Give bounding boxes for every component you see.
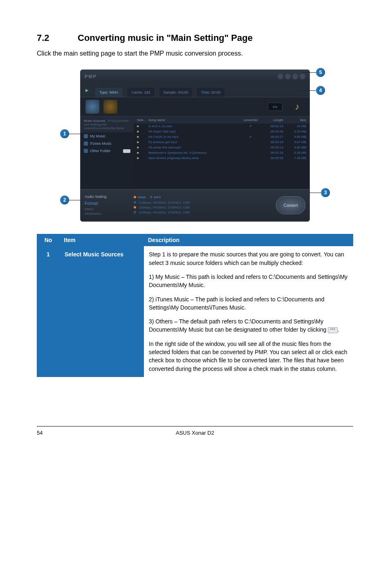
section-title: Converting music in "Main Setting" Page — [78, 33, 253, 43]
callout-lead — [302, 90, 316, 91]
checkbox-icon[interactable]: ■ — [137, 135, 148, 139]
song-size: 3.29 MB — [283, 130, 306, 133]
effect-label: Effect: — [85, 207, 134, 211]
table-row[interactable]: ■04-CASA-1x-ns.mp3✓00:03:274.80 MB — [134, 134, 309, 139]
table-row[interactable]: ■03-under-the-sea.mp300:05:134.82 MB — [134, 145, 309, 150]
song-length: 00:03:36 — [261, 130, 283, 133]
help-icon[interactable] — [285, 74, 291, 79]
song-name: G-A-D-1 (1).wav — [148, 124, 240, 128]
checkbox-icon[interactable]: ■ — [137, 130, 148, 133]
radio-label[interactable]: WMA — [138, 195, 146, 199]
converted-status — [240, 146, 261, 149]
callout-lead — [309, 193, 321, 193]
col-description: Description — [144, 234, 353, 246]
sidebar-item-itunes[interactable]: iTunes Music — [81, 140, 134, 147]
checkbox-icon[interactable]: ■ — [137, 124, 148, 128]
converted-status — [240, 140, 261, 144]
song-name: 01-Avenue-girl.mp3 — [148, 140, 240, 144]
song-name: 03-under-the-sea.mp3 — [148, 146, 240, 149]
radio-icon[interactable] — [134, 196, 136, 198]
close-icon[interactable] — [300, 74, 305, 79]
sidebar-item-label: Other Folder — [90, 149, 111, 153]
song-name: 04-CASA-1x-ns.mp3 — [148, 135, 240, 139]
song-size: 7.49 MB — [283, 156, 306, 160]
browse-button[interactable] — [123, 149, 130, 153]
song-length: 00:04:10 — [261, 140, 283, 144]
format-label: Format: — [85, 201, 134, 206]
converted-status: ✓ — [240, 135, 261, 139]
converted-status — [240, 156, 261, 160]
radio-icon[interactable] — [150, 196, 152, 198]
checkbox-icon[interactable]: ■ — [137, 146, 148, 149]
checkbox-icon[interactable] — [84, 141, 88, 146]
minimize-icon[interactable] — [278, 74, 283, 79]
product-name: ASUS Xonar D2 — [69, 430, 321, 436]
device-icon[interactable] — [103, 100, 117, 114]
tab-sample[interactable]: Sample: 44100 — [159, 88, 193, 97]
callout-lead — [302, 72, 316, 73]
checkbox-icon[interactable]: ■ — [137, 156, 148, 160]
screenshot: 5 4 1 2 3 PMP ▶ Type: WMA Cache: 192 — [68, 70, 322, 222]
callout-4: 4 — [316, 86, 325, 95]
language-selector[interactable]: EN — [268, 103, 282, 111]
quality-option[interactable]: 128kbps, 44100Hz, STEREO, CBR — [134, 201, 276, 204]
settings-icon[interactable] — [292, 74, 298, 79]
checkbox-icon[interactable] — [84, 134, 88, 138]
radio-icon[interactable] — [134, 206, 136, 209]
song-size: 4.82 MB — [283, 146, 306, 149]
main-setting-icon[interactable] — [85, 100, 99, 114]
checkbox-icon[interactable]: ■ — [137, 140, 148, 144]
radio-icon[interactable] — [134, 201, 136, 204]
list-header: Sele... Song name converted Length Size — [134, 117, 309, 123]
callout-2: 2 — [60, 195, 69, 204]
checkbox-icon[interactable] — [84, 149, 88, 153]
song-name: 04 Super Star.mp3 — [148, 130, 240, 133]
song-size: 23 MB — [283, 124, 306, 128]
song-length: 00:03:27 — [261, 135, 283, 139]
song-length: 00:05:33 — [261, 156, 283, 160]
song-name: Beethoven's Symphony No. 9 (Scherzo) — [148, 151, 240, 155]
sidebar-item-label: My Music — [90, 134, 105, 138]
table-row[interactable]: ■04 Super Star.mp300:03:363.29 MB — [134, 129, 309, 134]
callout-3: 3 — [321, 188, 330, 197]
sidebar-item-other[interactable]: Other Folder — [81, 147, 134, 155]
converted-status: ✓ — [240, 124, 261, 128]
col-no: No — [37, 234, 60, 246]
destination-label: Destination — [85, 212, 134, 215]
description-table: No Item Description 1 Select Music Sourc… — [37, 234, 353, 377]
table-row[interactable]: ■New Stories (Highway Blues).wma00:05:33… — [134, 155, 309, 161]
sidebar-item-mymusic[interactable]: My Music — [81, 132, 134, 140]
row-item: Select Music Sources — [60, 246, 144, 377]
table-row[interactable]: ■Beethoven's Symphony No. 9 (Scherzo)00:… — [134, 150, 309, 155]
quality-option[interactable]: 320kbps, 44100Hz, STEREO, CBR — [134, 211, 276, 214]
song-size: 4.07 MB — [283, 140, 306, 144]
song-length: 00:02:19 — [261, 124, 283, 128]
song-length: 00:05:13 — [261, 146, 283, 149]
quality-option[interactable]: 192kbps, 44100Hz, STEREO, CBR — [134, 206, 276, 209]
table-row[interactable]: ■01-Avenue-girl.mp300:04:104.07 MB — [134, 139, 309, 145]
converted-status — [240, 151, 261, 155]
song-length: 00:01:26 — [261, 151, 283, 155]
page-number: 54 — [37, 430, 53, 436]
song-name: New Stories (Highway Blues).wma — [148, 156, 240, 160]
callout-lead — [69, 134, 81, 134]
tab-type[interactable]: Type: WMA — [95, 88, 123, 97]
radio-label[interactable]: MP3 — [154, 195, 161, 199]
app-logo: PMP — [85, 74, 97, 79]
browse-icon — [328, 327, 338, 333]
audio-setting-label: Audio Setting — [85, 195, 134, 199]
row-number: 1 — [37, 246, 60, 377]
song-size: 0.38 MB — [283, 151, 306, 155]
tab-time[interactable]: Time: 00:00 — [197, 88, 224, 97]
avatar-icon: ♪ — [290, 99, 305, 114]
play-icon[interactable]: ▶ — [85, 88, 89, 92]
converted-status — [240, 130, 261, 133]
tab-cache[interactable]: Cache: 192 — [128, 88, 155, 97]
sidebar-item-label: iTunes Music — [90, 141, 112, 146]
intro-text: Click the main setting page to start the… — [37, 49, 353, 58]
checkbox-icon[interactable]: ■ — [137, 151, 148, 155]
radio-icon[interactable] — [134, 211, 136, 213]
table-row[interactable]: ■G-A-D-1 (1).wav✓00:02:1923 MB — [134, 123, 309, 129]
callout-lead — [69, 200, 81, 200]
convert-button[interactable]: Convert — [276, 196, 305, 214]
